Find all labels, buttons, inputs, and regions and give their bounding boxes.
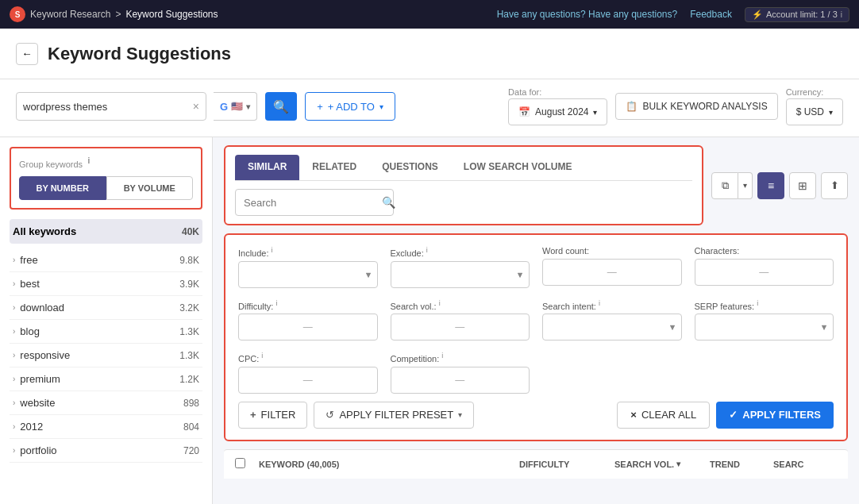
keyword-list: › free 9.8K › best 3.9K › download 3.2K … xyxy=(10,248,202,463)
clear-all-button[interactable]: × CLEAR ALL xyxy=(617,402,710,429)
list-item[interactable]: › free 9.8K xyxy=(10,248,202,272)
lightning-icon: ⚡ xyxy=(752,10,763,20)
calendar-icon: 📅 xyxy=(518,106,530,117)
export-button[interactable]: ⬆ xyxy=(821,172,848,199)
filter-serp-features-input[interactable]: ▾ xyxy=(695,314,834,340)
list-item[interactable]: › responsive 1.3K xyxy=(10,344,202,367)
clear-input-icon[interactable]: × xyxy=(193,100,199,113)
list-item[interactable]: › best 3.9K xyxy=(10,272,202,296)
filter-empty-1 xyxy=(542,352,682,394)
apply-filters-button[interactable]: ✓ APPLY FILTERS xyxy=(716,402,834,429)
flag-icon: 🇺🇸 xyxy=(231,101,243,112)
sort-icon: ▾ xyxy=(676,460,680,468)
tab-search-wrap: 🔍 xyxy=(235,189,394,216)
keyword-count: 1.3K xyxy=(179,350,199,361)
tabs-search-box: SIMILAR RELATED QUESTIONS LOW SEARCH VOL… xyxy=(224,145,703,225)
filter-include-input[interactable]: ▾ xyxy=(238,261,378,288)
tab-related[interactable]: RELATED xyxy=(299,155,369,180)
filter-word-count-group: Word count: — xyxy=(542,246,682,288)
by-volume-button[interactable]: BY VOLUME xyxy=(106,176,194,200)
filter-view-button[interactable]: ≡ xyxy=(757,172,784,199)
list-item[interactable]: › portfolio 720 xyxy=(10,439,202,463)
copy-icon: ⧉ xyxy=(722,179,729,192)
search-bar-area: × G 🇺🇸 ▾ 🔍 + + ADD TO ▾ Data for: 📅 Augu… xyxy=(0,79,859,137)
filter-empty-2 xyxy=(695,352,834,394)
keyword-count: 3.9K xyxy=(179,279,199,290)
keyword-name: free xyxy=(20,254,37,266)
add-filter-button[interactable]: + FILTER xyxy=(238,402,307,429)
group-keywords-box: Group keywords i BY NUMBER BY VOLUME xyxy=(10,147,202,210)
tab-questions[interactable]: QUESTIONS xyxy=(369,155,451,180)
view-actions: ⧉ ▾ ≡ ⊞ ⬆ xyxy=(711,172,848,199)
apply-filters-icon: ✓ xyxy=(729,409,738,421)
tab-search-input[interactable] xyxy=(244,197,377,209)
search-vol-dash: — xyxy=(399,321,522,333)
apply-filters-label: APPLY FILTERS xyxy=(742,409,821,421)
filter-search-intent-label: Search intent: i xyxy=(542,299,682,311)
bulk-keyword-analysis-button[interactable]: 📋 BULK KEYWORD ANALYSIS xyxy=(615,93,777,120)
currency-label: Currency: xyxy=(786,87,843,97)
export-icon: ⬆ xyxy=(830,179,839,191)
copy-button[interactable]: ⧉ xyxy=(711,172,738,199)
breadcrumb-keyword-research[interactable]: Keyword Research xyxy=(30,9,110,20)
keyword-count: 1.3K xyxy=(179,326,199,337)
apply-preset-chevron-icon: ▾ xyxy=(458,410,462,419)
keyword-search-wrap: × xyxy=(16,92,206,121)
chevron-right-icon: › xyxy=(13,422,15,431)
keyword-search-input[interactable] xyxy=(23,101,188,113)
google-flag-button[interactable]: G 🇺🇸 ▾ xyxy=(214,92,257,121)
chevron-right-icon: › xyxy=(13,327,15,336)
currency-section: Currency: $ USD ▾ xyxy=(786,87,843,125)
filter-characters-input[interactable]: — xyxy=(695,259,834,286)
th-checkbox[interactable] xyxy=(235,458,259,471)
feedback-link[interactable]: Feedback xyxy=(690,9,732,20)
tab-low-search-volume[interactable]: LOW SEARCH VOLUME xyxy=(451,155,585,180)
currency-picker-button[interactable]: $ USD ▾ xyxy=(786,98,843,125)
tabs-row: SIMILAR RELATED QUESTIONS LOW SEARCH VOL… xyxy=(235,155,692,181)
filter-characters-group: Characters: — xyxy=(695,246,834,288)
filter-difficulty-input[interactable]: — xyxy=(238,314,378,340)
date-chevron-icon: ▾ xyxy=(593,108,597,117)
cpc-dash: — xyxy=(247,375,369,386)
th-search-vol[interactable]: SEARCH VOL. ▾ xyxy=(614,460,710,469)
copy-chevron-button[interactable]: ▾ xyxy=(738,172,753,199)
filter-word-count-input[interactable]: — xyxy=(542,259,682,286)
keyword-name: responsive xyxy=(20,349,70,361)
filter-competition-input[interactable]: — xyxy=(391,367,530,394)
tab-similar[interactable]: SIMILAR xyxy=(235,155,299,180)
list-item[interactable]: › 2012 804 xyxy=(10,415,202,439)
filter-search-intent-input[interactable]: ▾ xyxy=(542,314,682,340)
filter-cpc-label: CPC: i xyxy=(238,352,378,364)
columns-icon: ⊞ xyxy=(798,179,807,192)
all-keywords-row[interactable]: All keywords 40K xyxy=(10,219,202,244)
date-label: August 2024 xyxy=(535,106,588,117)
select-all-checkbox[interactable] xyxy=(235,458,245,468)
list-item[interactable]: › website 898 xyxy=(10,391,202,415)
page-title: Keyword Suggestions xyxy=(48,44,231,64)
filter-exclude-input[interactable]: ▾ xyxy=(391,261,530,288)
columns-view-button[interactable]: ⊞ xyxy=(789,172,816,199)
have-questions-btn[interactable]: Have any questions? Have any questions? xyxy=(497,9,677,20)
list-item[interactable]: › blog 1.3K xyxy=(10,320,202,344)
back-button[interactable]: ← xyxy=(16,43,38,65)
filter-difficulty-group: Difficulty: i — xyxy=(238,299,378,341)
chevron-right-icon: › xyxy=(13,375,15,383)
keyword-name: download xyxy=(20,302,64,314)
all-keywords-count: 40K xyxy=(182,226,199,237)
tabs-and-search-row: SIMILAR RELATED QUESTIONS LOW SEARCH VOL… xyxy=(224,145,848,225)
th-searc: SEARC xyxy=(773,460,837,469)
currency-chevron-icon: ▾ xyxy=(829,108,833,117)
list-item[interactable]: › premium 1.2K xyxy=(10,367,202,391)
apply-preset-button[interactable]: ↺ APPLY FILTER PRESET ▾ xyxy=(314,402,474,429)
filter-search-vol-group: Search vol.: i — xyxy=(391,299,530,341)
filter-cpc-input[interactable]: — xyxy=(238,367,378,394)
account-limit-text: Account limit: 1 / 3 xyxy=(766,10,838,19)
by-number-button[interactable]: BY NUMBER xyxy=(19,176,106,200)
date-picker-button[interactable]: 📅 August 2024 ▾ xyxy=(508,98,607,125)
list-item[interactable]: › download 3.2K xyxy=(10,296,202,320)
search-go-button[interactable]: 🔍 xyxy=(265,92,297,121)
filter-search-vol-input[interactable]: — xyxy=(391,314,530,340)
add-to-button[interactable]: + + ADD TO ▾ xyxy=(305,92,395,121)
apply-preset-label: APPLY FILTER PRESET xyxy=(339,409,453,421)
th-difficulty[interactable]: DIFFICULTY xyxy=(519,460,614,469)
